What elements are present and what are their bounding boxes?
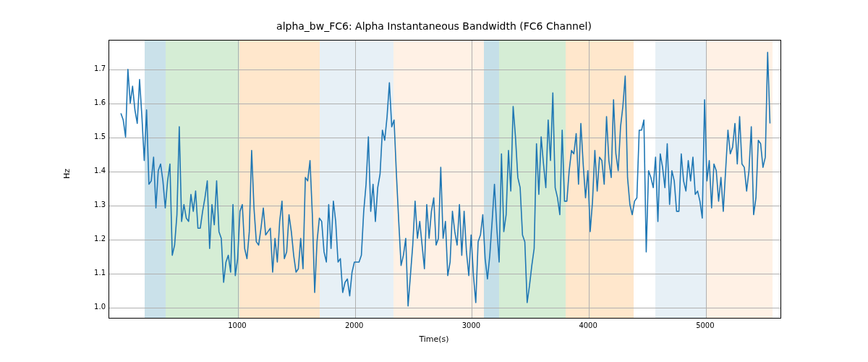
plot-area	[109, 40, 781, 319]
figure: alpha_bw_FC6: Alpha Instantaneous Bandwi…	[0, 0, 868, 362]
x-tick-label: 3000	[449, 321, 493, 329]
y-tick-label: 1.5	[85, 132, 106, 140]
y-tick-label: 1.0	[85, 303, 106, 311]
x-tick-label: 4000	[566, 321, 610, 329]
line-plot	[109, 41, 780, 318]
y-tick-label: 1.3	[85, 201, 106, 209]
x-tick-label: 5000	[684, 321, 727, 329]
y-tick-label: 1.2	[85, 235, 106, 243]
chart-title: alpha_bw_FC6: Alpha Instantaneous Bandwi…	[0, 20, 868, 32]
y-tick-label: 1.6	[85, 98, 106, 106]
x-tick-label: 1000	[216, 321, 259, 329]
y-axis-label: Hz	[62, 169, 72, 179]
x-axis-label: Time(s)	[0, 334, 868, 344]
x-tick-label: 2000	[333, 321, 376, 329]
series-line	[121, 52, 770, 306]
y-tick-label: 1.4	[85, 167, 106, 174]
y-tick-label: 1.1	[85, 269, 106, 277]
y-tick-label: 1.7	[85, 64, 106, 72]
